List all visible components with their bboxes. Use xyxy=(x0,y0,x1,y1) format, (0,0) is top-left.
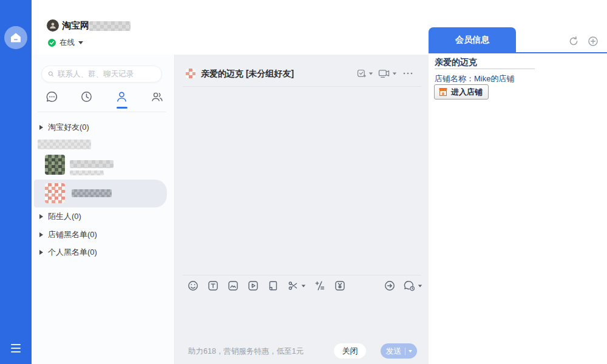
home-button[interactable] xyxy=(4,26,27,49)
tab-conversations[interactable] xyxy=(45,90,58,103)
tab-member-info[interactable]: 会员信息 xyxy=(429,27,516,52)
contact-row[interactable] xyxy=(32,153,168,178)
message-history[interactable] xyxy=(175,87,429,275)
font-button[interactable] xyxy=(207,280,219,292)
quick-phrases-button[interactable] xyxy=(314,280,326,292)
chat-peer-avatar xyxy=(186,69,195,78)
active-tab-underline xyxy=(429,52,607,53)
more-options-button[interactable] xyxy=(401,66,415,81)
divider xyxy=(183,275,421,275)
status-selector[interactable]: 在线 xyxy=(48,38,83,48)
video-camera-icon xyxy=(378,67,390,79)
checkbox-plus-icon xyxy=(356,67,367,79)
message-input[interactable] xyxy=(175,294,429,337)
chat-bubble-icon xyxy=(46,90,58,103)
file-icon xyxy=(267,280,279,292)
enter-shop-label: 进入店铺 xyxy=(451,87,483,98)
burger-line xyxy=(11,348,21,349)
redacted-group-label xyxy=(38,140,91,149)
send-button[interactable]: 发送 xyxy=(381,343,417,359)
arrow-circle-icon xyxy=(384,280,396,292)
chevron-down-icon xyxy=(393,72,396,75)
plus-circle-icon xyxy=(588,36,599,47)
divider xyxy=(38,112,166,112)
collapse-arrow-icon xyxy=(39,250,43,255)
yen-icon xyxy=(334,280,346,292)
contact-search[interactable] xyxy=(41,66,162,83)
group-label: 个人黑名单(0) xyxy=(48,247,97,258)
divider xyxy=(435,69,535,69)
enter-shop-button[interactable]: 进入店铺 xyxy=(434,84,489,99)
burger-line xyxy=(11,344,21,345)
avatar xyxy=(45,155,65,175)
emoji-button[interactable] xyxy=(187,280,199,292)
video-button[interactable] xyxy=(247,280,259,292)
burger-line xyxy=(11,351,21,352)
play-video-icon xyxy=(247,280,259,292)
app-window: 淘宝网 在线 帮助 | 皮肤 | 设置 | xyxy=(0,0,607,364)
task-checkbox-menu-button[interactable] xyxy=(356,66,373,81)
person-icon xyxy=(115,90,128,103)
refresh-icon xyxy=(568,36,579,47)
divider xyxy=(405,348,405,355)
search-icon xyxy=(48,70,54,78)
group-label: 淘宝好友(0) xyxy=(48,122,89,133)
chevron-down-icon xyxy=(418,285,422,287)
home-icon xyxy=(10,32,22,44)
transaction-button[interactable] xyxy=(334,280,346,292)
close-chat-button[interactable]: 关闭 xyxy=(334,343,366,359)
clock-icon xyxy=(80,90,93,103)
person-icon xyxy=(49,21,57,30)
file-button[interactable] xyxy=(267,280,279,292)
username-redacted xyxy=(89,21,131,31)
chat-panel: 亲爱的迈克 [未分组好友] xyxy=(174,55,429,364)
site-title: 淘宝网 xyxy=(62,20,89,32)
message-records-menu-button[interactable] xyxy=(403,280,422,292)
video-call-menu-button[interactable] xyxy=(378,66,397,81)
group-personal-blacklist[interactable]: 个人黑名单(0) xyxy=(39,247,97,258)
contact-row-selected[interactable] xyxy=(34,180,167,207)
member-panel: 会员信息 亲爱的迈克 店铺名称：Mike的店铺 xyxy=(429,0,607,364)
collapse-arrow-icon xyxy=(39,214,43,219)
contacts-panel: 淘宝好友(0) 陌生人(0) 店铺黑名单(0) 个人黑名单(0) xyxy=(32,55,174,364)
people-group-icon xyxy=(151,90,164,103)
tab-groups[interactable] xyxy=(150,90,164,103)
screenshot-menu-button[interactable] xyxy=(287,280,306,292)
redacted-contact-status xyxy=(70,170,104,175)
tab-contacts-selected[interactable] xyxy=(115,90,128,103)
forward-button[interactable] xyxy=(384,280,396,292)
text-format-icon xyxy=(207,280,219,292)
group-taobao-friends[interactable]: 淘宝好友(0) xyxy=(39,122,89,133)
chevron-down-icon xyxy=(369,72,373,75)
shop-name-label: 店铺名称：Mike的店铺 xyxy=(435,73,514,84)
group-strangers[interactable]: 陌生人(0) xyxy=(39,211,81,222)
send-label: 发送 xyxy=(386,346,402,357)
redacted-contact-name xyxy=(72,189,112,197)
online-status-icon xyxy=(48,39,56,47)
group-label: 陌生人(0) xyxy=(48,211,81,222)
refresh-button[interactable] xyxy=(567,35,580,48)
promo-banner[interactable]: 助力618，营销服务特惠，低至1元 xyxy=(188,346,304,357)
member-tab-label: 会员信息 xyxy=(455,35,489,46)
ellipsis-icon xyxy=(402,67,414,79)
chat-history-icon xyxy=(403,280,416,292)
collapse-arrow-icon xyxy=(39,125,43,130)
image-button[interactable] xyxy=(227,280,239,292)
redacted-contact-name xyxy=(70,160,114,168)
chevron-down-icon xyxy=(302,285,305,287)
group-shop-blacklist[interactable]: 店铺黑名单(0) xyxy=(39,229,97,240)
collapse-arrow-icon xyxy=(39,232,43,237)
add-tab-button[interactable] xyxy=(586,35,600,48)
chat-title: 亲爱的迈克 [未分组好友] xyxy=(201,69,294,79)
main-menu-button[interactable] xyxy=(11,344,21,352)
scissors-icon xyxy=(287,280,299,292)
chevron-down-icon xyxy=(78,41,83,44)
avatar xyxy=(45,183,65,203)
active-tab-indicator xyxy=(117,107,127,109)
search-input[interactable] xyxy=(58,70,155,78)
tab-recent[interactable] xyxy=(80,90,93,103)
plus-equals-icon xyxy=(314,280,326,292)
compose-toolbar-right xyxy=(375,278,422,293)
left-rail xyxy=(0,0,32,364)
user-avatar[interactable] xyxy=(47,19,59,32)
